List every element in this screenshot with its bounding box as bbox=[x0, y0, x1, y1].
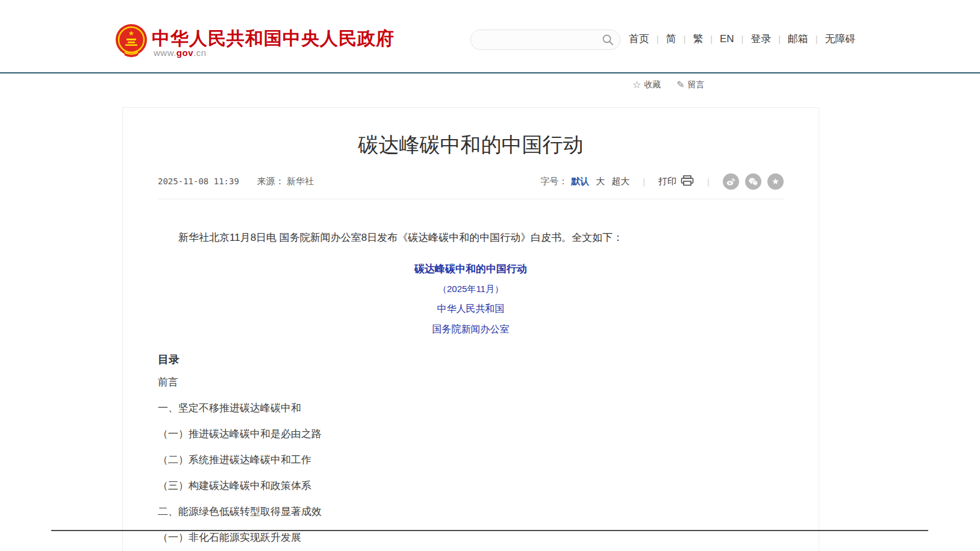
article-body: 新华社北京11月8日电 国务院新闻办公室8日发布《碳达峰碳中和的中国行动》白皮书… bbox=[123, 229, 819, 550]
share-icons: ★ bbox=[723, 173, 784, 190]
toc-title: 目录 bbox=[158, 352, 784, 367]
top-nav: 首页简繁EN登录邮箱无障碍 bbox=[629, 32, 855, 46]
article-title: 碳达峰碳中和的中国行动 bbox=[123, 132, 819, 158]
toc-item: 一、坚定不移推进碳达峰碳中和 bbox=[158, 395, 784, 421]
fontsize-option[interactable]: 默认 bbox=[571, 176, 589, 187]
meta-left: 2025-11-08 11:39 来源： 新华社 bbox=[158, 176, 314, 187]
lead-paragraph: 新华社北京11月8日电 国务院新闻办公室8日发布《碳达峰碳中和的中国行动》白皮书… bbox=[158, 229, 784, 246]
site-url-highlight: gov bbox=[176, 48, 193, 58]
publish-date: 2025-11-08 11:39 bbox=[158, 176, 239, 186]
toc-item: （一）非化石能源实现跃升发展 bbox=[158, 525, 784, 550]
page-tools: ☆ 收藏 ✎ 留言 bbox=[632, 79, 705, 90]
top-nav-item[interactable]: 邮箱 bbox=[771, 32, 808, 46]
pencil-icon: ✎ bbox=[676, 79, 684, 90]
site-url: www.gov.cn bbox=[154, 48, 207, 58]
qzone-star-share-icon[interactable]: ★ bbox=[767, 173, 784, 190]
message-label: 留言 bbox=[688, 79, 705, 90]
fontsize-option[interactable]: 超大 bbox=[611, 176, 629, 187]
article-meta: 2025-11-08 11:39 来源： 新华社 字号： 默认大超大 | 打印 bbox=[158, 173, 784, 199]
meta-separator: | bbox=[707, 176, 710, 187]
meta-right: 字号： 默认大超大 | 打印 | bbox=[540, 173, 784, 190]
document-title: 碳达峰碳中和的中国行动 bbox=[158, 262, 784, 276]
fontsize-label: 字号： bbox=[540, 176, 567, 187]
source-name[interactable]: 新华社 bbox=[287, 176, 314, 186]
favorite-button[interactable]: ☆ 收藏 bbox=[632, 79, 661, 90]
fontsize-option[interactable]: 大 bbox=[596, 176, 605, 187]
document-org-line1: 中华人民共和国 bbox=[158, 303, 784, 316]
toc-item: （一）推进碳达峰碳中和是必由之路 bbox=[158, 421, 784, 447]
header-divider bbox=[0, 72, 980, 73]
document-date: （2025年11月） bbox=[158, 284, 784, 295]
source: 来源： 新华社 bbox=[257, 176, 314, 187]
toc-item: （二）系统推进碳达峰碳中和工作 bbox=[158, 447, 784, 473]
national-emblem-logo: ★ bbox=[115, 24, 148, 58]
printer-icon bbox=[681, 175, 694, 188]
document-heading: 碳达峰碳中和的中国行动 （2025年11月） 中华人民共和国 国务院新闻办公室 bbox=[158, 262, 784, 336]
weibo-share-icon[interactable] bbox=[723, 173, 739, 190]
print-button[interactable]: 打印 bbox=[658, 175, 694, 188]
top-nav-item[interactable]: 登录 bbox=[734, 32, 772, 46]
toc-item: （三）构建碳达峰碳中和政策体系 bbox=[158, 473, 784, 499]
star-icon: ☆ bbox=[632, 79, 641, 90]
source-label: 来源： bbox=[257, 176, 284, 186]
search-icon[interactable] bbox=[602, 34, 614, 46]
top-nav-item[interactable]: 首页 bbox=[629, 32, 649, 46]
favorite-label: 收藏 bbox=[644, 79, 661, 90]
top-nav-item[interactable]: 繁 bbox=[676, 32, 704, 46]
wechat-share-icon[interactable] bbox=[745, 173, 761, 190]
meta-separator: | bbox=[643, 176, 645, 187]
message-button[interactable]: ✎ 留言 bbox=[676, 79, 704, 90]
site-url-prefix: www. bbox=[154, 48, 176, 58]
toc-item: 前言 bbox=[158, 369, 784, 395]
print-label: 打印 bbox=[658, 176, 676, 187]
top-nav-item[interactable]: 简 bbox=[649, 32, 676, 46]
svg-text:★: ★ bbox=[128, 30, 134, 37]
top-nav-item[interactable]: EN bbox=[703, 33, 734, 45]
fontsize-options: 默认大超大 bbox=[571, 176, 629, 187]
toc-list: 前言一、坚定不移推进碳达峰碳中和（一）推进碳达峰碳中和是必由之路（二）系统推进碳… bbox=[158, 369, 784, 550]
document-org-line2: 国务院新闻办公室 bbox=[158, 323, 784, 336]
search-input[interactable] bbox=[479, 30, 600, 49]
article-card: 碳达峰碳中和的中国行动 2025-11-08 11:39 来源： 新华社 字号：… bbox=[122, 107, 819, 551]
top-nav-item[interactable]: 无障碍 bbox=[808, 32, 856, 46]
search-box bbox=[470, 30, 620, 50]
site-header: ★ 中华人民共和国中央人民政府 www.gov.cn 首页简繁EN登录邮箱无障碍 bbox=[0, 0, 980, 72]
site-url-suffix: .cn bbox=[193, 48, 207, 58]
toc-item: 二、能源绿色低碳转型取得显著成效 bbox=[158, 499, 784, 525]
bottom-divider bbox=[51, 530, 928, 531]
